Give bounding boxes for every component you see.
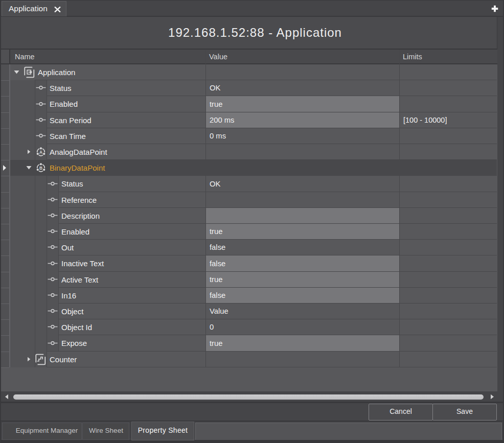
svg-text:A: A [39, 150, 42, 155]
svg-text:B: B [39, 166, 42, 171]
